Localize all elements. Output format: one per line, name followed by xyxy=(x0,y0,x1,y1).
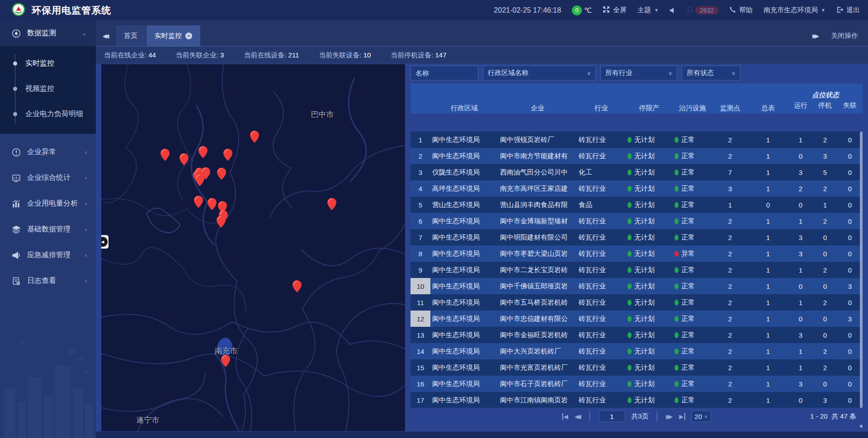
col-facility[interactable]: 治污设施 xyxy=(673,84,712,113)
cell-company: 阆中强锐页岩砖厂 xyxy=(498,132,577,148)
close-actions-button[interactable]: 关闭操作 xyxy=(831,32,858,40)
cell-region: 阆中生态环境局 xyxy=(430,132,498,148)
status-dot-icon xyxy=(675,251,679,257)
map-collapse-handle[interactable]: ◀ xyxy=(101,235,108,249)
table-row[interactable]: 10阆中生态环境局阆中千佛镇五郎垭页岩砖瓦行业无计划正常21003 xyxy=(410,278,863,294)
status-filter-select[interactable]: 所有状态 ∨ xyxy=(682,66,741,80)
table-row[interactable]: 11阆中生态环境局阆中市五马桥页岩机砖砖瓦行业无计划正常21120 xyxy=(410,294,863,311)
sidebar-item-data-monitoring[interactable]: 数据监测 ⌄ xyxy=(0,20,96,46)
sidebar-item-power-usage-analysis[interactable]: 企业用电量分析 ‹ xyxy=(0,191,96,217)
status-dot-icon xyxy=(627,137,632,143)
cell-index: 9 xyxy=(410,262,430,278)
map-pin-icon[interactable] xyxy=(292,280,302,292)
cell-facility-status: 正常 xyxy=(673,278,712,294)
table-row[interactable]: 17阆中生态环境局阆中市江南镇阆南页岩砖瓦行业无计划正常21030 xyxy=(410,392,863,408)
org-dropdown[interactable]: 南充市生态环境局 ▼ xyxy=(764,6,826,14)
table-row[interactable]: 4高坪生态环境局南充市高坪区王家店建砖瓦行业无计划正常31220 xyxy=(410,180,863,197)
map-city-label: 遂宁市 xyxy=(137,415,160,425)
sidebar-item-emergency-reduction[interactable]: 应急减排管理 ‹ xyxy=(0,242,96,268)
cell-halt: 2 xyxy=(813,359,837,376)
cell-facility-status: 正常 xyxy=(673,229,712,245)
table-header: 行政区域 企业 行业 停限产 治污设施 监测点 总表 点位状态 运行 xyxy=(410,84,863,113)
tab-home[interactable]: 首页 xyxy=(116,25,146,46)
table-row[interactable]: 12阆中生态环境局阆中市忠信建材有限公砖瓦行业无计划正常21003 xyxy=(410,311,863,327)
sidebar-item-base-data[interactable]: 基础数据管理 ‹ xyxy=(0,217,96,242)
logout-button[interactable]: 退出 xyxy=(836,6,860,14)
col-halt[interactable]: 停机 xyxy=(813,100,837,113)
cell-meter: 1 xyxy=(748,311,788,327)
table-row[interactable]: 2阆中生态环境局阆中市南方节能建材有砖瓦行业无计划正常21030 xyxy=(410,148,863,164)
tabs-scroll-left-button[interactable]: ◀◀ xyxy=(96,25,116,46)
name-filter-field[interactable] xyxy=(410,66,478,80)
tabs-scroll-right-button[interactable]: ▶▶ xyxy=(812,33,819,39)
next-page-button[interactable]: ▶▶ xyxy=(666,413,673,420)
cell-industry: 砖瓦行业 xyxy=(577,343,626,359)
cell-halt: 2 xyxy=(813,262,837,278)
cell-company: 阆中大兴页岩机砖厂 xyxy=(498,343,577,359)
map-pin-icon[interactable] xyxy=(217,216,226,228)
col-stop-status[interactable]: 停限产 xyxy=(626,84,673,113)
cell-index: 5 xyxy=(410,197,430,213)
page-size-select[interactable]: 20 ∨ xyxy=(691,410,711,422)
help-button[interactable]: 帮助 xyxy=(729,6,753,14)
col-lost[interactable]: 失联 xyxy=(837,100,863,113)
cell-region: 阆中生态环境局 xyxy=(430,376,498,392)
table-row[interactable]: 15阆中生态环境局阆中市光富页岩机砖厂砖瓦行业无计划正常21120 xyxy=(410,359,863,376)
sidebar-item-log-view[interactable]: 日志查看 ‹ xyxy=(0,268,96,294)
sidebar-item-power-load-detail[interactable]: 企业电力负荷明细 xyxy=(0,101,96,127)
map-pin-icon[interactable] xyxy=(223,149,232,161)
tab-close-icon[interactable]: ✕ xyxy=(185,33,192,39)
map-pin-icon[interactable] xyxy=(160,149,170,161)
col-monitor-points[interactable]: 监测点 xyxy=(712,84,748,113)
col-run[interactable]: 运行 xyxy=(788,100,813,113)
first-page-button[interactable]: ◀ xyxy=(562,413,568,420)
col-meter[interactable]: 总表 xyxy=(748,84,788,113)
industry-filter-select[interactable]: 所有行业 ∨ xyxy=(600,66,677,80)
last-page-button[interactable]: ▶ xyxy=(679,413,685,420)
map-pin-icon[interactable] xyxy=(179,153,189,165)
table-row[interactable]: 13阆中生态环境局阆中市金福旺页岩机砖砖瓦行业无计划正常21300 xyxy=(410,327,863,343)
cell-industry: 砖瓦行业 xyxy=(577,311,626,327)
table-row[interactable]: 14阆中生态环境局阆中大兴页岩机砖厂砖瓦行业无计划正常21120 xyxy=(410,343,863,359)
region-filter-select[interactable]: 行政区域名称 ∨ xyxy=(483,66,596,80)
table-row[interactable]: 8阆中生态环境局阆中市枣碧大梁山页岩砖瓦行业无计划异常21300 xyxy=(410,245,863,262)
map-pin-icon[interactable] xyxy=(217,168,226,180)
name-filter-input[interactable] xyxy=(415,69,473,77)
cell-monitor-points: 7 xyxy=(712,164,748,180)
cell-meter: 1 xyxy=(748,148,788,164)
map-pin-icon[interactable] xyxy=(327,198,336,210)
app-header: 环保用电监管系统 2021-02-25 17:46:18 0 ℃ 全屏 主题 ▼ xyxy=(0,0,868,20)
table-row[interactable]: 3仪陇生态环境局西南油气田分公司川中化工无计划正常71350 xyxy=(410,164,863,180)
stats-icon xyxy=(12,174,21,183)
fullscreen-button[interactable]: 全屏 xyxy=(603,6,627,14)
sidebar-item-video-monitoring[interactable]: 视频监控 xyxy=(0,76,96,101)
sidebar-item-company-statistics[interactable]: 企业综合统计 ‹ xyxy=(0,165,96,191)
map-pin-icon[interactable] xyxy=(221,355,230,367)
table-row[interactable]: 5营山生态环境局营山县润丰肉食品有限食品无计划正常10010 xyxy=(410,197,863,213)
mute-button[interactable] xyxy=(670,7,676,14)
map-pin-icon[interactable] xyxy=(208,198,217,210)
table-row[interactable]: 16阆中生态环境局阆中市石子页岩机砖厂砖瓦行业无计划正常21300 xyxy=(410,376,863,392)
map-panel[interactable]: 巴中市南充市遂宁市 xyxy=(101,64,405,431)
table-row[interactable]: 7阆中生态环境局阆中明阳建材有限公司砖瓦行业无计划正常21300 xyxy=(410,229,863,245)
tab-realtime-monitoring[interactable]: 实时监控 ✕ xyxy=(146,25,200,46)
table-row[interactable]: 6阆中生态环境局阆中市金博瑞新型墙材砖瓦行业无计划正常21120 xyxy=(410,213,863,229)
map-pin-icon[interactable] xyxy=(250,131,259,143)
sidebar-item-company-abnormal[interactable]: 企业异常 ‹ xyxy=(0,139,96,165)
cell-region: 阆中生态环境局 xyxy=(430,359,498,376)
table-row[interactable]: 9阆中生态环境局阆中市二龙长宝页岩砖砖瓦行业无计划正常21120 xyxy=(410,262,863,278)
sidebar-item-realtime-monitoring[interactable]: 实时监控 xyxy=(0,51,96,76)
table-row[interactable]: 1阆中生态环境局阆中强锐页岩砖厂砖瓦行业无计划正常21120 xyxy=(410,132,863,148)
col-region[interactable]: 行政区域 xyxy=(430,84,498,113)
page-number-input[interactable] xyxy=(599,410,625,422)
theme-dropdown[interactable]: 主题 ▼ xyxy=(637,6,659,14)
col-industry[interactable]: 行业 xyxy=(577,84,626,113)
col-company[interactable]: 企业 xyxy=(498,84,577,113)
cell-company: 阆中市金博瑞新型墙材 xyxy=(498,213,577,229)
notifications[interactable]: 2632 xyxy=(687,6,718,14)
map-pin-icon[interactable] xyxy=(194,196,203,208)
prev-page-button[interactable]: ◀◀ xyxy=(575,413,581,420)
table-scrollbar[interactable] xyxy=(860,132,863,428)
map-pin-icon[interactable] xyxy=(198,146,208,158)
map-pin-icon[interactable] xyxy=(195,174,204,186)
